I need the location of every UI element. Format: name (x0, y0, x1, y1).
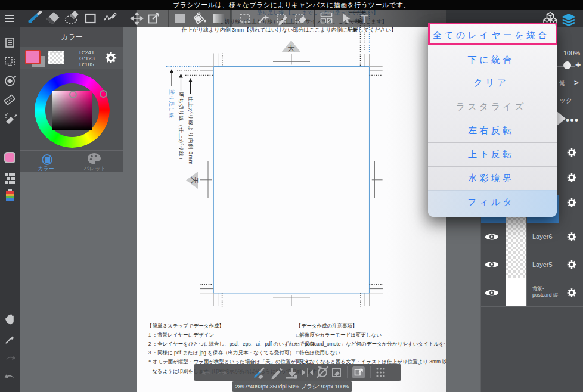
svg-text:【データ作成の注意事項】: 【データ作成の注意事項】 (296, 323, 358, 329)
svg-text:塗り足し線: 塗り足し線 (169, 89, 175, 119)
svg-text:仕上がり線より内側 3mm: 仕上がり線より内側 3mm (188, 96, 194, 165)
svg-text:□特色は使用しない: □特色は使用しない (296, 350, 340, 356)
svg-text:１：背景レイヤーにデザイン: １：背景レイヤーにデザイン (147, 332, 214, 338)
svg-text:断ち切り線（仕上がり線）: 断ち切り線（仕上がり線） (178, 92, 184, 163)
svg-text:３：同様に pdf または jpg を保存（出力見本・なくて: ３：同様に pdf または jpg を保存（出力見本・なくても受付可） (147, 350, 294, 356)
svg-text:【簡単３ステップでデータ作成】: 【簡単３ステップでデータ作成】 (147, 323, 224, 329)
svg-text:天: 天 (190, 176, 199, 184)
svg-text:□「postcard_omote」など何のデータか分かりやす: □「postcard_omote」など何のデータか分かりやすいタイトルをつけまし… (296, 341, 446, 347)
svg-text:天: 天 (287, 43, 295, 52)
svg-text:□解像度やカラーモードは変更しない: □解像度やカラーモードは変更しない (296, 332, 382, 338)
svg-text:仕上がり線より内側 3mm【切れてはいけない部分はここより内: 仕上がり線より内側 3mm【切れてはいけない部分はここより内側に配置してください… (181, 27, 396, 33)
svg-text:２：全レイヤーをひとつに統合し、psd、eps、ai、pdf: ２：全レイヤーをひとつに統合し、psd、eps、ai、pdf のいずれかで保存 (147, 341, 315, 347)
